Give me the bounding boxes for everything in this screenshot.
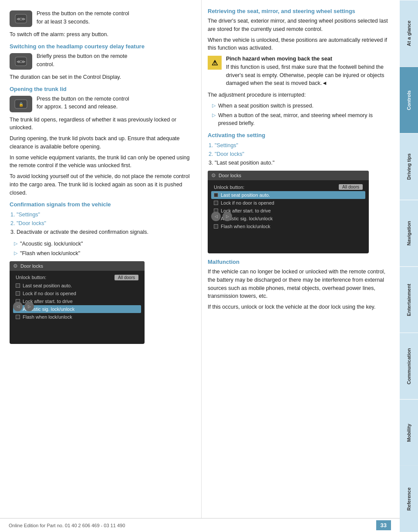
warning-box: ⚠ Pinch hazard when moving back the seat… (208, 55, 392, 88)
act-step-1: "Settings" (215, 141, 392, 150)
sidebar-item-label-2: Driving tips (406, 153, 411, 180)
dl-row-text-right-0: Last seat position auto. (221, 192, 270, 198)
main-content: ≪≫ Press the button on the remote contro… (0, 0, 400, 532)
dl-row-left-0: Last seat position auto. (13, 282, 141, 290)
section-heading-activating: Activating the setting (208, 132, 392, 138)
dl-row-right-3: Acoustic sig. lock/unlock (211, 215, 365, 222)
dl-checkbox-right-1 (214, 201, 218, 205)
remote-btn-press-3sec: ≪≫ Press the button on the remote contro… (10, 10, 193, 27)
gear-icon-right: ⚙ (211, 172, 216, 178)
dl-unlock-row-right: Unlock button: All doors (211, 183, 365, 191)
svg-text:≪≫: ≪≫ (17, 17, 25, 21)
step-3: Deactivate or activate the desired confi… (17, 228, 193, 236)
remote-icon-arrows: ≪≫ (10, 10, 32, 27)
section-heading-seat: Retrieving the seat, mirror, and steerin… (208, 8, 392, 14)
sidebar-item-entertainment[interactable]: Entertainment (400, 266, 418, 333)
section-heading-malfunction: Malfunction (208, 259, 392, 265)
trunk-para4: To avoid locking yourself out of the veh… (10, 172, 193, 197)
warning-title: Pinch hazard when moving back the seat (226, 56, 332, 62)
section-heading-headlamp: Switching on the headlamp courtesy delay… (10, 43, 193, 50)
dl-row-text-right-1: Lock if no door is opened (221, 200, 274, 205)
sidebar-item-label-0: At a glance (406, 21, 411, 47)
seat-para2: When the vehicle is unlocked, these posi… (208, 36, 392, 53)
sidebar-item-label-1: Controls (406, 90, 411, 110)
remote-icon-trunk: 🔒 (10, 96, 32, 112)
dl-body-left: Unlock button: All doors Last seat posit… (10, 271, 145, 323)
remote-btn-text-1: Press the button on the remote control f… (37, 10, 129, 26)
sidebar-item-communication[interactable]: Communication (400, 333, 418, 399)
bullet-flash-text: "Flash when lock/unlock" (20, 249, 80, 258)
door-locks-screenshot-left: ⚙ Door locks Unlock button: All doors La… (10, 261, 145, 344)
remote-btn-headlamp-text: Briefly press the button on the remote c… (37, 52, 127, 69)
section-heading-trunk: Opening the trunk lid (10, 86, 193, 92)
footer: Online Edition for Part no. 01 40 2 606 … (0, 518, 400, 532)
warning-content: Pinch hazard when moving back the seat I… (226, 55, 392, 88)
dl-row-right-1: Lock if no door is opened (211, 199, 365, 207)
bullet-seat-btn: ▷ When a button of the seat, mirror, and… (208, 111, 392, 128)
sidebar-item-navigation[interactable]: Navigation (400, 200, 418, 266)
dl-unlock-badge-left: All doors (115, 275, 138, 280)
sidebar-item-reference[interactable]: Reference (400, 466, 418, 532)
dl-row-text-right-4: Flash when lock/unlock (221, 224, 270, 229)
dl-header-left: ⚙ Door locks (10, 261, 145, 271)
dl-checkbox-right-4 (214, 224, 218, 229)
remote-btn-trunk-text: Press the button on the remote control f… (37, 95, 129, 111)
dl-nav-right-left[interactable]: ◁ (211, 212, 221, 221)
dl-row-text-left-4: Flash when lock/unlock (23, 314, 72, 320)
bullet-seat-btn-text: When a button of the seat, mirror, and s… (218, 111, 392, 128)
step-1: "Settings" (17, 210, 193, 219)
dl-unlock-row-left: Unlock button: All doors (13, 273, 141, 282)
remote-btn-headlamp: ≪≫ Briefly press the button on the remot… (10, 52, 193, 70)
dl-unlock-label-left: Unlock button: (16, 275, 46, 280)
left-column: ≪≫ Press the button on the remote contro… (0, 0, 201, 532)
bullet-seat-btn-arrow: ▷ (212, 112, 216, 118)
dl-unlock-label-right: Unlock button: (214, 185, 244, 190)
sidebar-item-driving-tips[interactable]: Driving tips (400, 133, 418, 200)
dl-checkbox-left-0 (16, 283, 20, 288)
act-step-3: "Last seat position auto." (215, 158, 392, 167)
dl-header-title-left: Door locks (20, 263, 43, 269)
dl-unlock-badge-right: All doors (339, 184, 363, 190)
warning-triangle-icon: ⚠ (208, 56, 222, 70)
malfunction-para2: If this occurs, unlock or lock the vehic… (208, 303, 392, 311)
gear-icon-left: ⚙ (13, 263, 18, 269)
dl-checkbox-left-1 (16, 291, 20, 296)
svg-text:≪≫: ≪≫ (17, 59, 25, 64)
trunk-para3: In some vehicle equipment variants, the … (10, 154, 193, 170)
bullet-arrow-icon: ▷ (14, 241, 17, 246)
sidebar-item-label-4: Entertainment (406, 283, 411, 316)
bullet-acoustic-text: "Acoustic sig. lock/unlock" (20, 240, 83, 248)
dl-nav-left[interactable]: ◁ (13, 302, 23, 311)
sidebar-item-mobility[interactable]: Mobility (400, 399, 418, 466)
dl-checkbox-left-4 (16, 315, 20, 319)
bullet-flash: ▷ "Flash when lock/unlock" (10, 249, 193, 258)
dl-row-left-4: Flash when lock/unlock (13, 313, 141, 321)
page-number: 33 (376, 520, 391, 530)
remote-icon-headlamp: ≪≫ (10, 53, 32, 70)
activating-steps: "Settings" "Door locks" "Last seat posit… (215, 141, 392, 167)
adjustment-interrupted: The adjustment procedure is interrupted: (208, 91, 392, 99)
alarm-switch-text: To switch off the alarm: press any butto… (10, 30, 193, 39)
bullet-seat-pos-text: When a seat position switch is pressed. (218, 102, 314, 110)
dl-row-right-0: Last seat position auto. (211, 191, 365, 199)
dl-nav-right-right[interactable]: ▷ (222, 212, 232, 221)
sidebar-item-label-3: Navigation (406, 221, 411, 245)
bullet-acoustic: ▷ "Acoustic sig. lock/unlock" (10, 240, 193, 248)
bullet-arrow-icon-2: ▷ (14, 250, 17, 256)
dl-row-right-2: Lock after start. to drive (211, 207, 365, 215)
right-column: Retrieving the seat, mirror, and steerin… (201, 0, 400, 532)
bullet-seat-pos-arrow: ▷ (212, 103, 216, 108)
sidebar-item-label-7: Reference (406, 487, 411, 510)
headlamp-note: The duration can be set in the Control D… (10, 73, 193, 81)
sidebar-item-label-6: Mobility (406, 424, 411, 442)
dl-nav-right[interactable]: ▷ (24, 302, 34, 311)
step-2: "Door locks" (17, 219, 193, 228)
trunk-para1: The trunk lid opens, regardless of wheth… (10, 116, 193, 132)
trunk-para2: During opening, the trunk lid pivots bac… (10, 135, 193, 151)
sidebar-item-controls[interactable]: Controls (400, 67, 418, 133)
sidebar-item-at-a-glance[interactable]: At a glance (400, 0, 418, 67)
seat-para1: The driver's seat, exterior mirror, and … (208, 17, 392, 34)
remote-btn-trunk: 🔒 Press the button on the remote control… (10, 95, 193, 112)
malfunction-para1: If the vehicle can no longer be locked o… (208, 268, 392, 300)
svg-text:🔒: 🔒 (19, 102, 24, 107)
